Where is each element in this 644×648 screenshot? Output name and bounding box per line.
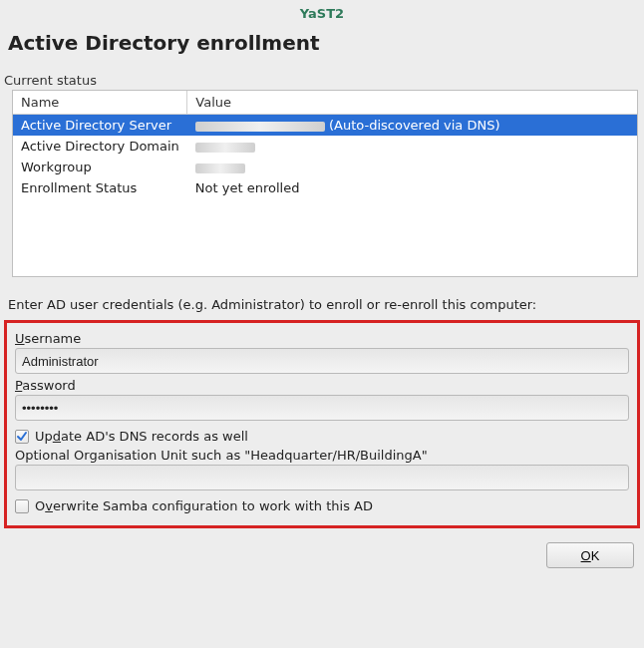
overwrite-samba-checkbox[interactable] xyxy=(15,499,29,513)
current-status-label: Current status xyxy=(4,73,644,88)
password-field[interactable] xyxy=(15,395,629,421)
update-dns-row[interactable]: Update AD's DNS records as well xyxy=(15,429,629,444)
table-row[interactable]: Workgroup xyxy=(13,157,637,177)
status-header-name[interactable]: Name xyxy=(13,91,187,115)
redacted-value xyxy=(195,163,245,173)
overwrite-samba-label: Overwrite Samba configuration to work wi… xyxy=(35,498,373,513)
username-mnemonic: U xyxy=(15,331,25,346)
ok-button[interactable]: OK xyxy=(546,542,634,568)
status-table-container: Name Value Active Directory Server (Auto… xyxy=(12,90,638,277)
row-value xyxy=(187,157,637,177)
button-row: OK xyxy=(0,538,644,568)
credentials-highlight-box: Username Password Update AD's DNS record… xyxy=(4,320,640,528)
status-table[interactable]: Name Value Active Directory Server (Auto… xyxy=(13,91,637,198)
page-title: Active Directory enrollment xyxy=(8,31,644,55)
update-dns-checkbox[interactable] xyxy=(15,430,29,444)
row-value: (Auto-discovered via DNS) xyxy=(187,115,637,137)
update-dns-label: Update AD's DNS records as well xyxy=(35,429,248,444)
overwrite-samba-row[interactable]: Overwrite Samba configuration to work wi… xyxy=(15,498,629,513)
redacted-value xyxy=(195,143,255,153)
check-icon xyxy=(16,431,28,443)
credentials-instruction: Enter AD user credentials (e.g. Administ… xyxy=(8,297,636,312)
row-value: Not yet enrolled xyxy=(187,177,637,198)
username-label: Username xyxy=(15,331,629,346)
yast-window: YaST2 Active Directory enrollment Curren… xyxy=(0,0,644,578)
redacted-value xyxy=(195,122,325,132)
status-header-value[interactable]: Value xyxy=(187,91,637,115)
row-value-suffix: (Auto-discovered via DNS) xyxy=(329,118,500,133)
row-name: Active Directory Domain xyxy=(13,136,187,157)
ou-field[interactable] xyxy=(15,465,629,490)
window-title: YaST2 xyxy=(0,0,644,25)
password-label: Password xyxy=(15,378,629,393)
table-row[interactable]: Active Directory Server (Auto-discovered… xyxy=(13,115,637,137)
row-name: Workgroup xyxy=(13,157,187,177)
username-field[interactable] xyxy=(15,348,629,374)
row-name: Active Directory Server xyxy=(13,115,187,137)
ou-label: Optional Organisation Unit such as "Head… xyxy=(15,448,629,463)
row-name: Enrollment Status xyxy=(13,177,187,198)
table-row[interactable]: Enrollment Status Not yet enrolled xyxy=(13,177,637,198)
table-row[interactable]: Active Directory Domain xyxy=(13,136,637,157)
row-value xyxy=(187,136,637,157)
